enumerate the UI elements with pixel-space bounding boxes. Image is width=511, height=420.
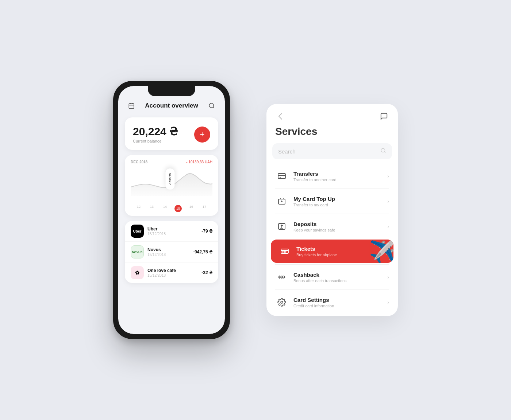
svg-point-6: [381, 148, 385, 152]
phone-search-icon[interactable]: [207, 101, 217, 111]
uber-date: 15/12/2018: [147, 232, 201, 236]
chat-icon[interactable]: [379, 111, 389, 121]
cashback-icon: [275, 271, 288, 284]
phone-content: Account overview 20,224 ₴ Current b: [118, 86, 225, 334]
chart-label-13: 13: [148, 205, 155, 212]
chart-wrap: -1053,75: [131, 167, 212, 203]
chart-label-14: 14: [161, 205, 169, 212]
novus-logo: NOVUS: [131, 245, 144, 258]
service-item-card-settings[interactable]: Card Settings Credit card information ›: [266, 291, 398, 314]
cashback-desc: Bonus after each transactions: [293, 279, 387, 283]
chart-period: DEC 2018: [131, 160, 147, 164]
search-placeholder-text: Search: [278, 148, 296, 155]
transactions-list: Uber Uber 15/12/2018 -79 ₴ NOVUS Novus: [125, 221, 218, 283]
chart-label-12: 12: [135, 205, 142, 212]
divider-2: [275, 214, 389, 214]
service-item-cashback[interactable]: Cashback Bonus after each transactions ›: [266, 265, 398, 289]
service-item-transfers[interactable]: Transfers Transfer to another card ›: [266, 164, 398, 188]
svg-point-17: [285, 252, 286, 252]
scene: Account overview 20,224 ₴ Current b: [0, 0, 511, 420]
tickets-desc: Buy tickets for airplane: [296, 253, 386, 257]
chart-tooltip: -1053,75: [165, 168, 174, 190]
phone-shell: Account overview 20,224 ₴ Current b: [113, 81, 230, 339]
transfers-icon: [275, 170, 288, 183]
divider-1: [275, 188, 389, 189]
svg-line-7: [384, 152, 385, 153]
svg-point-19: [281, 301, 283, 303]
cafe-date: 15/12/2018: [147, 273, 201, 277]
chart-section: DEC 2018 - 10139,33 UAH: [125, 155, 218, 216]
svg-line-5: [213, 107, 214, 108]
cashback-chevron: ›: [387, 274, 389, 280]
cashback-text: Cashback Bonus after each transactions: [293, 272, 387, 283]
svg-rect-0: [129, 104, 134, 109]
services-panel: Services Search: [266, 104, 398, 316]
card-settings-text: Card Settings Credit card information: [293, 297, 387, 308]
divider-4: [275, 289, 389, 290]
svg-point-4: [209, 103, 214, 108]
card-settings-icon: [275, 296, 288, 309]
novus-amount: -942,75 ₴: [193, 249, 212, 254]
deposits-chevron: ›: [387, 223, 389, 229]
add-button[interactable]: +: [194, 127, 210, 143]
topup-text: My Card Top Up Transfer to my card: [293, 196, 387, 207]
services-list: Transfers Transfer to another card ›: [266, 162, 398, 316]
novus-info: Novus 15/12/2018: [147, 247, 193, 257]
service-item-deposits[interactable]: Deposits Keep your savings safe ›: [266, 215, 398, 238]
svg-point-16: [284, 252, 285, 252]
chart-x-labels: 12 13 14 15 16 17: [131, 205, 212, 212]
topup-name: My Card Top Up: [293, 196, 387, 202]
cafe-logo: ✿: [131, 266, 144, 279]
phone-mockup: Account overview 20,224 ₴ Current b: [113, 81, 230, 339]
cafe-amount: -32 ₴: [201, 270, 212, 275]
cashback-name: Cashback: [293, 272, 387, 278]
phone-screen: Account overview 20,224 ₴ Current b: [118, 86, 225, 334]
tickets-icon: [278, 245, 291, 258]
svg-point-15: [283, 252, 283, 252]
transaction-uber[interactable]: Uber Uber 15/12/2018 -79 ₴: [125, 221, 218, 242]
chart-label-17: 17: [201, 205, 208, 212]
chart-meta: DEC 2018 - 10139,33 UAH: [131, 160, 212, 164]
balance-amount: 20,224 ₴: [133, 125, 178, 137]
svg-rect-8: [278, 174, 285, 179]
search-box[interactable]: Search: [272, 143, 392, 159]
deposits-icon: [275, 220, 288, 233]
transfers-text: Transfers Transfer to another card: [293, 171, 387, 182]
calendar-icon[interactable]: [126, 101, 137, 111]
transfers-chevron: ›: [387, 173, 389, 179]
service-item-topup[interactable]: My Card Top Up Transfer to my card ›: [266, 190, 398, 213]
balance-label: Current balance: [133, 139, 178, 143]
services-panel-header: [266, 104, 398, 121]
svg-rect-14: [281, 249, 288, 253]
card-settings-chevron: ›: [387, 299, 389, 305]
tickets-name: Tickets: [296, 246, 386, 252]
transaction-cafe[interactable]: ✿ One love cafe 15/12/2018 -32 ₴: [125, 262, 218, 283]
uber-logo: Uber: [131, 225, 144, 238]
topup-chevron: ›: [387, 198, 389, 204]
card-settings-desc: Credit card information: [293, 304, 387, 308]
phone-notch: [148, 86, 195, 96]
cafe-name: One love cafe: [147, 268, 201, 273]
tickets-text: Tickets Buy tickets for airplane: [296, 246, 386, 257]
uber-info: Uber 15/12/2018: [147, 226, 201, 236]
cafe-info: One love cafe 15/12/2018: [147, 268, 201, 277]
search-icon: [380, 148, 386, 155]
phone-title: Account overview: [145, 102, 198, 109]
transfers-desc: Transfer to another card: [293, 178, 387, 182]
transfers-name: Transfers: [293, 171, 387, 177]
balance-card: 20,224 ₴ Current balance +: [125, 117, 218, 150]
uber-name: Uber: [147, 226, 201, 232]
transaction-novus[interactable]: NOVUS Novus 15/12/2018 -942,75 ₴: [125, 242, 218, 262]
back-button[interactable]: [275, 111, 285, 121]
services-title: Services: [266, 121, 398, 143]
phone-header: Account overview: [125, 101, 218, 111]
chart-total: - 10139,33 UAH: [186, 160, 212, 164]
chart-label-16: 16: [188, 205, 195, 212]
deposits-desc: Keep your savings safe: [293, 228, 387, 232]
divider-3: [275, 264, 389, 265]
uber-amount: -79 ₴: [201, 229, 212, 234]
novus-date: 15/12/2018: [147, 253, 193, 257]
balance-info: 20,224 ₴ Current balance: [133, 125, 178, 143]
topup-desc: Transfer to my card: [293, 203, 387, 207]
service-item-tickets[interactable]: Tickets Buy tickets for airplane ✈️: [271, 240, 393, 263]
